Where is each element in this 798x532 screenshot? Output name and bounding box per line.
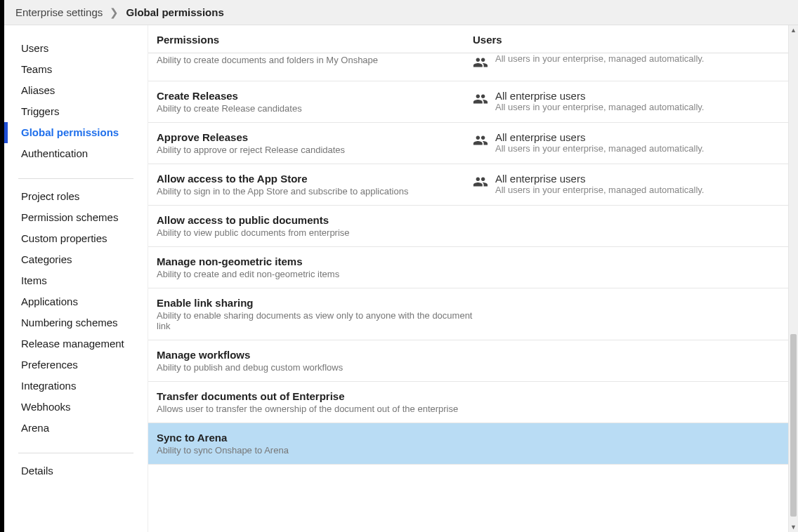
permission-row[interactable]: Allow access to the App StoreAbility to … (148, 164, 798, 206)
scroll-up-icon[interactable]: ▲ (789, 25, 798, 35)
users-description: All users in your enterprise, managed au… (495, 53, 704, 64)
sidebar-item-webhooks[interactable]: Webhooks (4, 397, 148, 418)
permission-description: Ability to publish and debug custom work… (157, 362, 473, 373)
permission-description: Ability to create documents and folders … (157, 55, 473, 65)
chevron-right-icon: ❯ (110, 0, 119, 25)
sidebar-item-triggers[interactable]: Triggers (4, 101, 148, 122)
permission-title: Allow access to the App Store (157, 173, 473, 185)
sidebar-item-categories[interactable]: Categories (4, 249, 148, 270)
permission-title: Allow access to public documents (157, 214, 473, 226)
permissions-table-body: Ability to create documents and folders … (148, 53, 798, 532)
scroll-down-icon[interactable]: ▼ (789, 522, 798, 532)
sidebar-item-authentication[interactable]: Authentication (4, 143, 148, 164)
users-group-icon (473, 133, 488, 150)
permission-description: Ability to create and edit non-geometric… (157, 269, 473, 279)
permission-title: Transfer documents out of Enterprise (157, 390, 473, 402)
sidebar-item-preferences[interactable]: Preferences (4, 354, 148, 375)
users-title: All enterprise users (495, 131, 704, 143)
vertical-scrollbar[interactable]: ▲ ▼ (788, 25, 798, 532)
sidebar-item-release-management[interactable]: Release management (4, 333, 148, 354)
permission-row[interactable]: Enable link sharingAbility to enable sha… (148, 288, 798, 340)
sidebar-item-aliases[interactable]: Aliases (4, 80, 148, 101)
users-description: All users in your enterprise, managed au… (495, 185, 704, 195)
permission-row[interactable]: Manage non-geometric itemsAbility to cre… (148, 247, 798, 288)
sidebar-item-integrations[interactable]: Integrations (4, 375, 148, 397)
users-title: All enterprise users (495, 90, 704, 102)
permission-description: Ability to enable sharing documents as v… (157, 310, 473, 331)
permission-description: Ability to sync Onshape to Arena (157, 445, 473, 455)
sidebar-item-details[interactable]: Details (4, 460, 148, 481)
sidebar-item-applications[interactable]: Applications (4, 291, 148, 312)
sidebar: UsersTeamsAliasesTriggersGlobal permissi… (4, 25, 148, 532)
permission-description: Ability to sign in to the App Store and … (157, 186, 473, 197)
permission-description: Allows user to transfer the ownership of… (157, 404, 473, 414)
breadcrumb: Enterprise settings ❯ Global permissions (4, 0, 798, 25)
permission-row[interactable]: Ability to create documents and folders … (148, 53, 798, 81)
sidebar-item-global-permissions[interactable]: Global permissions (4, 122, 148, 143)
users-description: All users in your enterprise, managed au… (495, 143, 704, 154)
permission-description: Ability to create Release candidates (157, 103, 473, 114)
sidebar-item-custom-properties[interactable]: Custom properties (4, 228, 148, 249)
content-panel: Permissions Users Ability to create docu… (148, 25, 798, 532)
column-header-users: Users (473, 34, 790, 46)
sidebar-item-users[interactable]: Users (4, 38, 148, 59)
sidebar-divider (18, 453, 133, 453)
permission-description: Ability to view public documents from en… (157, 227, 473, 238)
permission-title: Enable link sharing (157, 297, 473, 309)
permission-title: Create Releases (157, 90, 473, 102)
scrollbar-thumb[interactable] (790, 334, 797, 517)
permission-row[interactable]: Allow access to public documentsAbility … (148, 206, 798, 247)
column-header-permissions: Permissions (157, 34, 473, 46)
sidebar-item-project-roles[interactable]: Project roles (4, 186, 148, 207)
users-title: All enterprise users (495, 173, 704, 185)
permission-title: Manage non-geometric items (157, 255, 473, 267)
sidebar-item-arena[interactable]: Arena (4, 418, 148, 439)
sidebar-item-items[interactable]: Items (4, 270, 148, 291)
users-group-icon (473, 55, 488, 72)
users-group-icon (473, 91, 488, 109)
permission-row[interactable]: Manage workflowsAbility to publish and d… (148, 340, 798, 382)
permission-title: Approve Releases (157, 131, 473, 143)
sidebar-item-teams[interactable]: Teams (4, 59, 148, 80)
sidebar-divider (18, 178, 133, 179)
permission-row[interactable]: Transfer documents out of EnterpriseAllo… (148, 382, 798, 423)
users-group-icon (473, 174, 488, 192)
permission-title: Sync to Arena (157, 432, 473, 444)
sidebar-item-numbering-schemes[interactable]: Numbering schemes (4, 312, 148, 333)
permission-description: Ability to approve or reject Release can… (157, 145, 473, 155)
breadcrumb-current: Global permissions (126, 6, 224, 18)
permission-row[interactable]: Create ReleasesAbility to create Release… (148, 81, 798, 123)
permission-row[interactable]: Approve ReleasesAbility to approve or re… (148, 123, 798, 164)
users-description: All users in your enterprise, managed au… (495, 102, 704, 112)
permission-row[interactable]: Sync to ArenaAbility to sync Onshape to … (148, 423, 798, 465)
permission-title: Manage workflows (157, 349, 473, 361)
sidebar-item-permission-schemes[interactable]: Permission schemes (4, 207, 148, 228)
breadcrumb-root[interactable]: Enterprise settings (15, 6, 103, 18)
table-header-row: Permissions Users (148, 25, 798, 53)
